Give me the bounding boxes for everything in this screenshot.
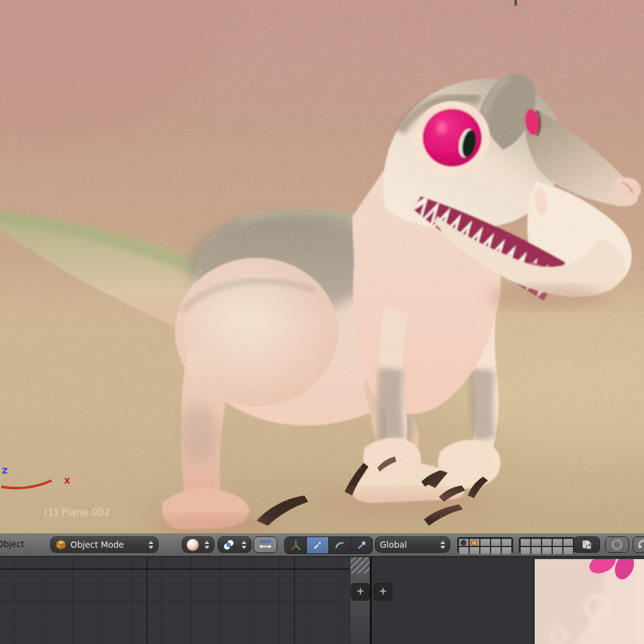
layer-cell[interactable] <box>502 539 511 546</box>
scale-manipulator-button[interactable] <box>351 536 373 554</box>
scene-lock-icon <box>580 538 593 551</box>
preview-image <box>535 559 644 644</box>
axis-z-label: z <box>2 464 8 476</box>
translate-manipulator-button[interactable] <box>307 536 329 554</box>
mode-label: Object Mode <box>70 540 124 550</box>
3d-viewport-render[interactable]: x z <box>0 0 644 533</box>
scene-lock-button[interactable] <box>574 536 600 553</box>
viewport-object-info: (1) Plane.002 <box>44 507 111 518</box>
mode-stepper[interactable] <box>148 541 153 549</box>
grid-major-line <box>294 557 295 644</box>
layer-cell[interactable] <box>564 539 573 546</box>
layer-cell[interactable] <box>491 547 501 554</box>
layer-cell[interactable] <box>502 547 511 554</box>
layer-cell[interactable] <box>459 539 469 546</box>
object-menu[interactable]: Object <box>0 539 25 555</box>
mode-dropdown[interactable]: Object Mode <box>50 536 158 553</box>
axis-tripod-icon <box>290 540 302 552</box>
layers-widget <box>457 537 575 553</box>
layers-block-1[interactable] <box>457 537 513 553</box>
manipulator-group <box>284 536 373 553</box>
rotate-manipulator-button[interactable] <box>329 536 351 554</box>
viewport-header: Object Object Mode <box>0 533 644 557</box>
shading-stepper[interactable] <box>204 541 209 549</box>
layer-active-dot <box>471 540 477 546</box>
rotate-arc-icon <box>334 540 345 551</box>
manipulate-centers-toggle[interactable] <box>253 536 277 553</box>
proportional-edit-button[interactable] <box>605 536 629 553</box>
timeline-grid-editor[interactable] <box>0 557 350 644</box>
cube-icon <box>55 539 67 550</box>
3d-viewport[interactable]: x z (1) Plane.002 <box>0 0 644 533</box>
layer-cell[interactable] <box>542 547 552 554</box>
render-noise-dark <box>0 0 644 533</box>
layer-cell[interactable] <box>531 539 541 546</box>
pivot-dropdown[interactable] <box>218 536 252 553</box>
magnet-icon <box>637 538 644 551</box>
camera-tick <box>514 0 517 6</box>
proportional-circle-icon <box>611 538 623 551</box>
layer-objects-dot <box>460 540 467 546</box>
layer-cell[interactable] <box>491 539 501 546</box>
layer-cell[interactable] <box>470 539 479 546</box>
layer-cell[interactable] <box>553 539 562 546</box>
bottom-editors: + + <box>0 557 644 644</box>
layer-cell[interactable] <box>480 547 490 554</box>
layer-cell[interactable] <box>480 539 490 546</box>
area-resize-corner[interactable] <box>350 557 370 574</box>
median-point-icon <box>223 539 235 551</box>
layers-block-2[interactable] <box>519 537 575 553</box>
manipulator-toggle-button[interactable] <box>284 536 307 554</box>
secondary-render-preview[interactable] <box>533 559 644 644</box>
layer-cell[interactable] <box>521 547 530 554</box>
orientation-stepper[interactable] <box>440 541 445 549</box>
layer-cell[interactable] <box>470 547 479 554</box>
orientation-dropdown[interactable]: Global <box>375 536 450 553</box>
layer-cell[interactable] <box>459 547 469 554</box>
scale-square-icon <box>356 540 367 551</box>
shading-dropdown[interactable] <box>182 536 214 553</box>
orientation-label: Global <box>380 540 407 550</box>
layer-cell[interactable] <box>531 547 541 554</box>
layer-cell[interactable] <box>521 539 530 546</box>
manipulate-centers-icon <box>258 539 272 550</box>
region-expand-button-left[interactable]: + <box>351 583 370 601</box>
snap-button[interactable] <box>633 536 644 553</box>
layer-cell[interactable] <box>564 547 573 554</box>
blender-window: x z (1) Plane.002 Object Object Mode <box>0 0 644 644</box>
region-expand-button-right[interactable]: + <box>374 583 392 601</box>
grid-major-line <box>147 557 148 644</box>
axis-x-label: x <box>64 475 70 486</box>
translate-arrow-icon <box>312 540 323 551</box>
rendered-sphere-icon <box>187 539 199 551</box>
pivot-stepper[interactable] <box>242 541 247 549</box>
layer-cell[interactable] <box>553 547 562 554</box>
layer-cell[interactable] <box>542 539 552 546</box>
